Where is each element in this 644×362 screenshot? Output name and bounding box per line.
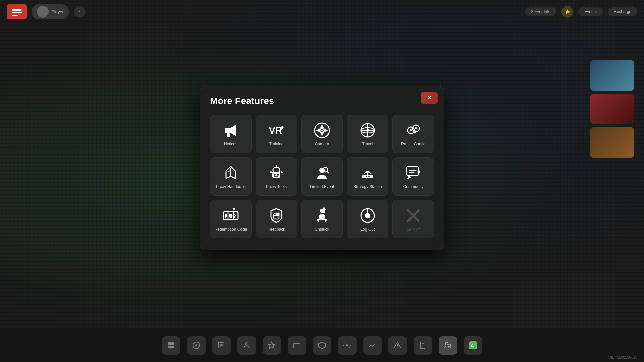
feature-limited-event[interactable]: Limited Event xyxy=(301,157,343,196)
svg-rect-56 xyxy=(323,210,325,213)
svg-marker-53 xyxy=(324,219,327,222)
feature-proxy-tools[interactable]: Proxy Tools xyxy=(256,157,297,196)
feature-community[interactable]: Community xyxy=(392,157,434,196)
community-label: Community xyxy=(403,184,424,190)
svg-point-36 xyxy=(367,171,369,173)
proxy-handbook-label: Proxy Handbook xyxy=(216,184,246,190)
proxy-tools-label: Proxy Tools xyxy=(266,184,287,190)
feature-preset-config[interactable]: Preset Config xyxy=(392,115,434,153)
svg-marker-54 xyxy=(317,219,320,222)
svg-point-23 xyxy=(270,171,272,173)
svg-rect-33 xyxy=(362,175,373,178)
strategy-station-icon xyxy=(359,164,376,182)
training-label: Training xyxy=(269,142,284,147)
feedback-icon xyxy=(268,207,285,224)
svg-point-29 xyxy=(276,165,277,166)
log-out-label: Log Out xyxy=(361,227,375,232)
unstuck-label: Unstuck xyxy=(315,227,329,232)
notices-icon xyxy=(222,122,239,139)
feature-proxy-handbook[interactable]: Proxy Handbook xyxy=(210,157,252,196)
preset-config-label: Preset Config xyxy=(401,142,426,147)
empty-icon xyxy=(405,207,422,224)
unstuck-icon xyxy=(313,207,331,224)
svg-point-18 xyxy=(415,127,417,129)
svg-point-24 xyxy=(281,171,283,173)
community-icon xyxy=(405,164,422,182)
strategy-station-label: Strategy Station xyxy=(353,184,382,190)
modal-overlay: More Features × Notices VR xyxy=(0,0,644,362)
svg-rect-45 xyxy=(225,214,227,218)
feature-strategy-station[interactable]: Strategy Station xyxy=(347,157,388,196)
svg-rect-22 xyxy=(273,168,280,172)
training-icon: VR xyxy=(268,122,285,139)
travel-icon xyxy=(359,122,376,139)
svg-rect-27 xyxy=(274,176,278,177)
empty-label: EMPTY xyxy=(406,227,420,232)
svg-rect-52 xyxy=(319,214,325,220)
svg-point-6 xyxy=(281,126,284,129)
feature-log-out[interactable]: Log Out xyxy=(347,200,388,238)
svg-point-34 xyxy=(366,176,367,177)
more-features-modal: More Features × Notices VR xyxy=(200,85,444,250)
svg-point-25 xyxy=(274,174,276,176)
svg-line-32 xyxy=(327,171,329,173)
notices-label: Notices xyxy=(224,142,237,147)
svg-rect-38 xyxy=(407,166,419,176)
svg-point-26 xyxy=(277,174,279,176)
limited-event-icon xyxy=(313,164,331,182)
feature-unstuck[interactable]: Unstuck xyxy=(301,200,343,238)
camera-label: Camera xyxy=(315,142,329,147)
svg-rect-46 xyxy=(229,214,232,218)
svg-marker-47 xyxy=(232,207,236,210)
travel-label: Travel xyxy=(362,142,373,147)
feature-travel[interactable]: Travel xyxy=(347,115,388,153)
feedback-label: Feedback xyxy=(268,227,285,232)
proxy-tools-icon xyxy=(268,164,285,182)
proxy-handbook-icon xyxy=(222,164,239,182)
svg-point-35 xyxy=(368,176,370,177)
feature-notices[interactable]: Notices xyxy=(210,115,252,153)
preset-config-icon xyxy=(405,122,422,139)
svg-point-9 xyxy=(321,130,323,131)
redemption-code-label: Redemption Code xyxy=(215,227,247,232)
svg-marker-55 xyxy=(322,207,326,210)
camera-icon xyxy=(313,122,331,139)
modal-title: More Features xyxy=(210,96,434,106)
features-grid: Notices VR Training xyxy=(210,115,434,238)
feature-camera[interactable]: Camera xyxy=(301,115,343,153)
close-button[interactable]: × xyxy=(421,92,438,104)
feature-training[interactable]: VR Training xyxy=(256,115,297,153)
limited-event-label: Limited Event xyxy=(310,184,334,190)
redemption-code-icon xyxy=(222,207,239,224)
feature-redemption-code[interactable]: Redemption Code xyxy=(210,200,252,238)
feature-feedback[interactable]: Feedback xyxy=(256,200,297,238)
svg-point-16 xyxy=(410,129,412,131)
svg-point-58 xyxy=(365,213,370,218)
svg-text:VR: VR xyxy=(269,125,282,136)
feature-empty: EMPTY xyxy=(392,200,434,238)
log-out-icon xyxy=(359,207,376,224)
